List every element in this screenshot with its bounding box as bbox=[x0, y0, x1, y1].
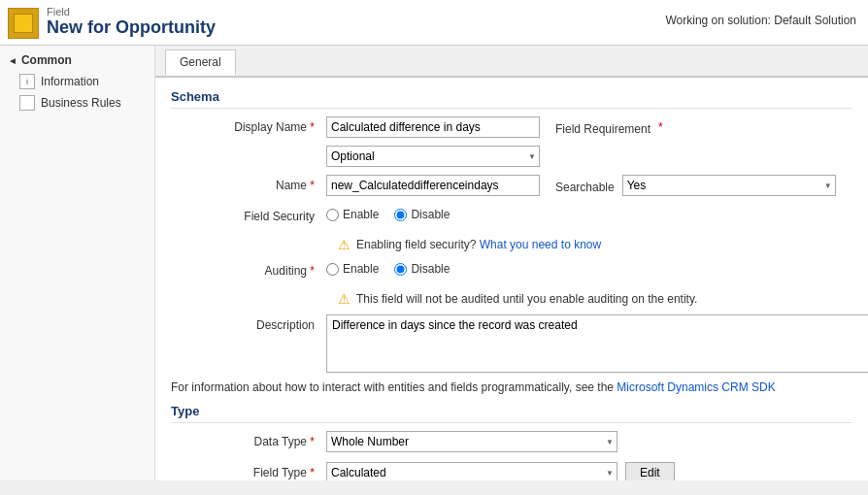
information-icon: i bbox=[19, 74, 35, 89]
data-type-row: Data Type * Whole Number bbox=[171, 431, 852, 454]
sidebar: ◄ Common i Information Business Rules bbox=[0, 46, 155, 480]
searchable-select[interactable]: Yes bbox=[622, 175, 836, 196]
form-content: Schema Display Name * Field Requirement … bbox=[155, 78, 868, 480]
field-type-select-wrap: Calculated bbox=[326, 462, 618, 480]
searchable-select-wrap: Yes bbox=[622, 175, 836, 196]
field-security-radios: Enable Disable bbox=[326, 206, 450, 221]
field-security-disable: Disable bbox=[394, 208, 450, 221]
auditing-warning-icon: ⚠ bbox=[338, 291, 351, 307]
auditing-enable: Enable bbox=[326, 262, 379, 276]
display-name-row: Display Name * Field Requirement * Optio… bbox=[171, 116, 852, 167]
display-name-required: * bbox=[310, 120, 315, 134]
auditing-disable: Disable bbox=[394, 262, 450, 276]
security-warning-text: Enabling field security? What you need t… bbox=[356, 238, 601, 251]
auditing-field: Enable Disable bbox=[326, 260, 852, 276]
data-type-select-wrap: Whole Number bbox=[326, 431, 618, 452]
description-field: Difference in days since the record was … bbox=[326, 314, 868, 373]
name-input[interactable] bbox=[326, 175, 540, 196]
field-type-field: Calculated Edit bbox=[326, 462, 852, 480]
name-fields: Searchable Yes bbox=[326, 175, 852, 196]
auditing-radios: Enable Disable bbox=[326, 260, 450, 276]
sidebar-item-business-rules-label: Business Rules bbox=[41, 96, 121, 110]
name-row: Name * Searchable Yes bbox=[171, 175, 852, 198]
page-header: Field New for Opportunity Working on sol… bbox=[0, 0, 868, 46]
header-left: Field New for Opportunity bbox=[8, 6, 216, 39]
description-label: Description bbox=[171, 314, 326, 332]
header-title-block: Field New for Opportunity bbox=[47, 6, 216, 38]
sdk-link[interactable]: Microsoft Dynamics CRM SDK bbox=[617, 380, 775, 394]
field-security-disable-radio[interactable] bbox=[394, 209, 407, 221]
field-security-field: Enable Disable bbox=[326, 206, 852, 221]
sidebar-item-information-label: Information bbox=[41, 75, 99, 88]
field-type-row: Field Type * Calculated Edit bbox=[171, 462, 852, 480]
field-type-select[interactable]: Calculated bbox=[326, 462, 618, 480]
field-security-enable-label: Enable bbox=[343, 208, 379, 221]
sidebar-item-business-rules[interactable]: Business Rules bbox=[0, 92, 154, 114]
auditing-disable-label: Disable bbox=[411, 262, 450, 276]
data-type-label: Data Type * bbox=[171, 431, 326, 448]
sidebar-item-information[interactable]: i Information bbox=[0, 71, 154, 92]
name-label: Name * bbox=[171, 175, 326, 192]
field-security-row: Field Security Enable Disable bbox=[171, 206, 852, 229]
field-requirement-select-wrap: Optional bbox=[326, 146, 540, 167]
edit-button[interactable]: Edit bbox=[625, 462, 675, 480]
field-security-enable: Enable bbox=[326, 208, 379, 221]
display-name-fields: Field Requirement * Optional bbox=[326, 116, 852, 167]
security-warning-icon: ⚠ bbox=[338, 237, 351, 252]
data-type-field: Whole Number bbox=[326, 431, 852, 452]
field-requirement-label: Field Requirement bbox=[548, 118, 651, 136]
main-content: General Schema Display Name * Field Requ… bbox=[155, 46, 868, 480]
header-title: New for Opportunity bbox=[47, 17, 216, 38]
sidebar-section-common: ◄ Common bbox=[0, 50, 154, 71]
auditing-required: * bbox=[310, 264, 315, 278]
auditing-label: Auditing * bbox=[171, 260, 326, 278]
main-layout: ◄ Common i Information Business Rules Ge… bbox=[0, 46, 868, 480]
display-name-input[interactable] bbox=[326, 116, 540, 138]
business-rules-icon bbox=[19, 95, 35, 111]
field-type-label: Field Type * bbox=[171, 462, 326, 479]
display-name-label: Display Name * bbox=[171, 116, 326, 134]
tab-general[interactable]: General bbox=[165, 50, 236, 76]
entity-icon bbox=[8, 8, 39, 39]
auditing-row: Auditing * Enable Disable bbox=[171, 260, 852, 283]
security-warning-row: ⚠ Enabling field security? What you need… bbox=[338, 237, 852, 252]
name-required: * bbox=[310, 179, 315, 192]
field-security-disable-label: Disable bbox=[411, 208, 450, 221]
tab-bar: General bbox=[155, 46, 868, 78]
auditing-enable-label: Enable bbox=[343, 262, 379, 276]
field-security-label: Field Security bbox=[171, 206, 326, 223]
auditing-warning-row: ⚠ This field will not be audited until y… bbox=[338, 291, 852, 307]
schema-section-title: Schema bbox=[171, 89, 852, 109]
field-requirement-select[interactable]: Optional bbox=[326, 146, 540, 167]
header-subtitle: Field bbox=[47, 6, 216, 17]
sidebar-arrow-icon: ◄ bbox=[8, 55, 17, 66]
sdk-note: For information about how to interact wi… bbox=[171, 380, 852, 394]
auditing-enable-radio[interactable] bbox=[326, 263, 339, 276]
sidebar-section-label: Common bbox=[21, 53, 72, 67]
description-row: Description Difference in days since the… bbox=[171, 314, 852, 373]
field-requirement-required: * bbox=[658, 120, 663, 134]
field-security-enable-radio[interactable] bbox=[326, 209, 339, 221]
auditing-disable-radio[interactable] bbox=[394, 263, 407, 276]
data-type-select[interactable]: Whole Number bbox=[326, 431, 618, 452]
auditing-warning-text: This field will not be audited until you… bbox=[356, 292, 697, 306]
type-section-title: Type bbox=[171, 404, 852, 423]
security-warning-link[interactable]: What you need to know bbox=[480, 238, 601, 251]
searchable-label: Searchable bbox=[548, 177, 615, 194]
working-on-label: Working on solution: Default Solution bbox=[665, 6, 856, 27]
description-textarea[interactable]: Difference in days since the record was … bbox=[326, 314, 868, 373]
